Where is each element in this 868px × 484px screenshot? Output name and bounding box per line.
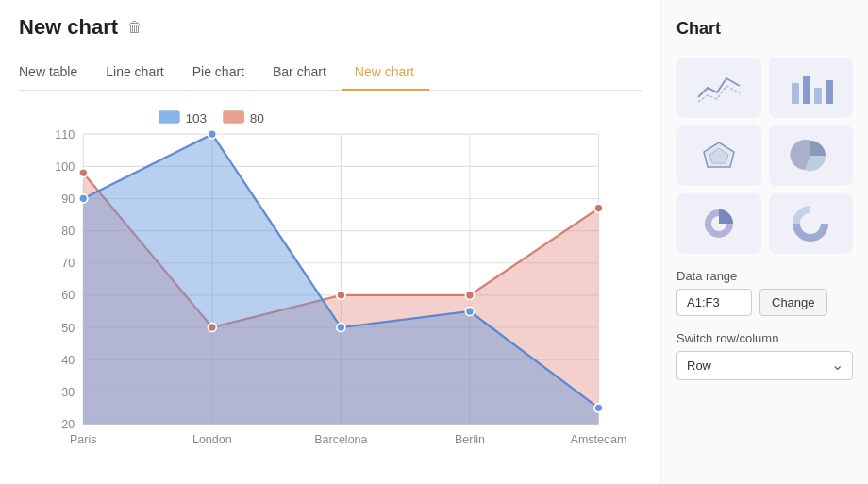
svg-text:20: 20: [61, 418, 75, 431]
svg-text:70: 70: [61, 257, 75, 270]
svg-point-43: [337, 291, 345, 299]
panel-title: Chart: [676, 19, 853, 39]
svg-text:London: London: [192, 433, 232, 446]
svg-text:80: 80: [61, 225, 75, 238]
svg-rect-49: [826, 80, 833, 104]
page-title: New chart: [19, 15, 118, 40]
right-panel: Chart: [660, 0, 868, 484]
svg-rect-2: [223, 110, 244, 124]
svg-rect-47: [803, 76, 810, 104]
page-header: New chart 🗑: [19, 15, 642, 40]
trash-icon[interactable]: 🗑: [127, 19, 142, 36]
svg-point-42: [208, 323, 216, 331]
svg-text:Paris: Paris: [70, 433, 96, 446]
tab-pie-chart[interactable]: Pie chart: [179, 57, 259, 91]
change-button[interactable]: Change: [760, 289, 827, 316]
chart-type-line[interactable]: [676, 58, 761, 118]
svg-point-40: [594, 404, 603, 412]
svg-rect-0: [159, 110, 180, 124]
chart-svg: 103 80 20: [19, 100, 642, 469]
svg-text:40: 40: [61, 354, 75, 367]
switch-row-col-label: Switch row/column: [676, 331, 853, 345]
tab-line-chart[interactable]: Line chart: [92, 57, 178, 91]
svg-text:100: 100: [55, 160, 75, 174]
chart-type-donut-ring[interactable]: [769, 193, 854, 254]
svg-text:Berlin: Berlin: [455, 433, 485, 446]
tab-bar: New table Line chart Pie chart Bar chart…: [19, 57, 642, 91]
svg-text:90: 90: [61, 192, 75, 206]
data-range-input[interactable]: [676, 289, 752, 316]
svg-text:80: 80: [250, 111, 265, 125]
data-range-label: Data range: [676, 269, 853, 283]
tab-new-table[interactable]: New table: [19, 57, 92, 91]
svg-text:103: 103: [185, 111, 207, 125]
chart-type-donut-full[interactable]: [676, 193, 761, 254]
svg-text:60: 60: [61, 289, 75, 302]
svg-rect-48: [814, 88, 822, 104]
data-range-section: Data range Change: [676, 269, 853, 316]
svg-point-38: [337, 323, 345, 331]
chart-type-bar[interactable]: [769, 58, 854, 118]
svg-rect-46: [792, 83, 799, 104]
data-range-row: Change: [676, 289, 853, 316]
svg-text:Barcelona: Barcelona: [314, 433, 367, 446]
chart-type-pie[interactable]: [769, 125, 854, 186]
svg-text:110: 110: [55, 128, 75, 142]
row-col-select[interactable]: Row Column: [676, 351, 853, 380]
svg-point-41: [79, 169, 88, 177]
svg-point-45: [594, 204, 603, 212]
row-col-select-wrapper: Row Column: [676, 351, 853, 380]
chart-area: 103 80 20: [19, 100, 642, 469]
svg-point-36: [79, 194, 88, 203]
chart-type-radar[interactable]: [676, 125, 761, 186]
tab-new-chart[interactable]: New chart: [342, 57, 429, 91]
svg-point-44: [465, 291, 474, 299]
svg-point-39: [465, 307, 474, 315]
tab-bar-chart[interactable]: Bar chart: [259, 57, 342, 91]
svg-text:30: 30: [61, 386, 75, 399]
switch-row-col-section: Switch row/column Row Column: [676, 331, 853, 380]
chart-type-grid: [676, 58, 853, 254]
svg-text:Amstedam: Amstedam: [571, 433, 627, 446]
svg-point-37: [208, 130, 216, 139]
svg-text:50: 50: [61, 322, 75, 335]
